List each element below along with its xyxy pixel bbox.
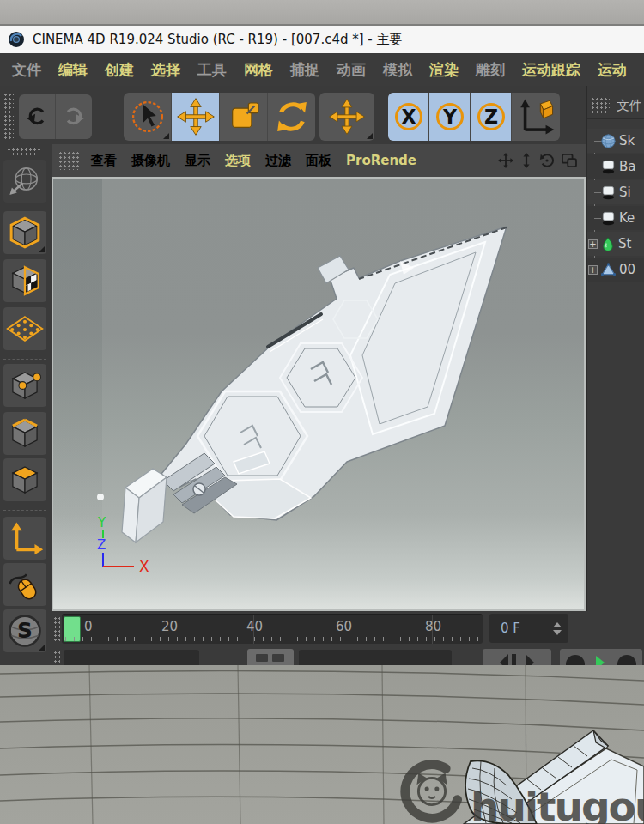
menu-simulate[interactable]: 模拟 (383, 60, 412, 80)
object-row-si[interactable]: Si (587, 180, 644, 204)
goto-start-icon (483, 649, 551, 665)
watermark-text: huitugou (471, 789, 644, 824)
vp-menu-prorender[interactable]: ProRende (346, 153, 416, 168)
last-tool-group (319, 93, 374, 141)
rotate-tool-button[interactable] (268, 93, 315, 141)
end-frame-field[interactable] (299, 650, 452, 665)
title-bar[interactable]: CINEMA 4D R19.024 Studio (RC - R19) - [0… (0, 26, 644, 53)
current-frame-field[interactable]: 0 F (489, 614, 568, 643)
texture-mode-button[interactable] (3, 259, 46, 302)
lock-x-icon: X (389, 97, 428, 136)
redo-button[interactable] (56, 94, 92, 139)
last-tool-button[interactable] (319, 93, 374, 141)
expand-toggle[interactable]: + (588, 239, 598, 249)
spinner-down-icon[interactable] (553, 630, 562, 635)
menu-animate[interactable]: 动画 (337, 60, 366, 80)
axis-y-label: Y (97, 515, 106, 530)
playback-group[interactable] (560, 649, 642, 665)
background-object-icon (601, 185, 616, 200)
axis-z-label: Z (97, 537, 106, 553)
zoom-icon[interactable] (520, 153, 532, 168)
frame-spinner[interactable] (553, 622, 562, 635)
last-tool-move-icon (327, 97, 367, 136)
svg-text:Z: Z (483, 106, 497, 128)
rotate-view-icon[interactable] (539, 153, 555, 168)
coordinate-system-button[interactable] (512, 93, 560, 141)
mouse-icon (5, 565, 45, 604)
object-row-ba[interactable]: Ba (587, 154, 644, 179)
object-row-sky[interactable]: Sk (587, 129, 644, 153)
object-manager-grip[interactable] (591, 97, 610, 114)
timeline-ruler[interactable]: 0 20 40 60 80 (62, 614, 483, 644)
lock-x-button[interactable]: X (388, 93, 428, 141)
model-mode-button[interactable] (3, 211, 46, 254)
menu-tools[interactable]: 工具 (197, 60, 227, 80)
menu-mesh[interactable]: 网格 (244, 60, 273, 80)
stage-object-icon (601, 237, 615, 251)
perspective-viewport[interactable]: Y Z X (52, 177, 586, 611)
menu-sculpt[interactable]: 雕刻 (476, 60, 505, 80)
menu-motion-tracker[interactable]: 运动跟踪 (522, 60, 580, 80)
move-tool-button[interactable] (172, 93, 219, 141)
mode-toolbar-grip[interactable] (7, 148, 41, 156)
polygons-mode-icon (6, 461, 44, 499)
viewport-tweak-button[interactable] (3, 563, 46, 606)
menu-edit[interactable]: 编辑 (58, 60, 88, 80)
goto-keys-group[interactable] (483, 649, 551, 665)
object-row-stage[interactable]: + St (587, 232, 644, 256)
undo-button[interactable] (19, 94, 55, 139)
scale-tool-button[interactable] (220, 93, 267, 141)
simulation-globe-button[interactable] (3, 160, 46, 203)
vp-menu-display[interactable]: 显示 (185, 153, 210, 169)
toolbar-grip[interactable] (3, 93, 14, 139)
lock-y-button[interactable]: Y (429, 93, 470, 141)
timeline-grip[interactable] (53, 616, 60, 642)
expand-toggle[interactable]: + (588, 265, 598, 275)
object-manager: 文件 Sk Ba (586, 86, 644, 665)
start-frame-field[interactable] (64, 650, 199, 665)
frame-range-button[interactable] (247, 649, 294, 665)
object-row-007[interactable]: + 00 (587, 258, 644, 282)
enable-axis-icon (6, 519, 44, 557)
menu-file[interactable]: 文件 (12, 60, 41, 80)
vp-menu-view[interactable]: 查看 (91, 153, 117, 169)
menu-motion[interactable]: 运动 (598, 60, 627, 80)
menu-snap[interactable]: 捕捉 (290, 60, 319, 80)
toggle-layout-icon[interactable] (562, 154, 577, 167)
ruler-ticks (65, 637, 479, 641)
transport-row (52, 647, 644, 665)
undo-icon (22, 102, 52, 131)
vp-menu-panel[interactable]: 面板 (306, 153, 331, 169)
vp-menu-filter[interactable]: 过滤 (265, 153, 291, 169)
live-selection-button[interactable] (124, 93, 171, 141)
snap-button[interactable]: S (3, 609, 46, 652)
menu-render[interactable]: 渲染 (429, 60, 459, 80)
watermark: huitugou .com (397, 758, 644, 824)
edges-mode-button[interactable] (3, 412, 46, 455)
watermark-dog-logo (397, 758, 467, 824)
enable-axis-button[interactable] (3, 517, 46, 560)
axis-x-label: X (139, 558, 149, 575)
coordinate-system-icon (515, 96, 556, 137)
vp-menu-options[interactable]: 选项 (225, 153, 251, 169)
spinner-up-icon[interactable] (553, 622, 562, 627)
lock-z-button[interactable]: Z (471, 93, 511, 141)
workplane-mode-button[interactable] (3, 307, 46, 350)
viewport-menubar-grip[interactable] (58, 151, 81, 170)
timeline: 0 20 40 60 80 0 F (52, 611, 644, 647)
vp-menu-cameras[interactable]: 摄像机 (131, 153, 170, 169)
svg-text:Y: Y (441, 106, 457, 128)
pan-icon[interactable] (498, 153, 513, 168)
desktop-strip (0, 0, 644, 26)
texture-mode-icon (6, 262, 44, 300)
polygons-mode-button[interactable] (3, 458, 46, 501)
object-manager-file-menu[interactable]: 文件 (617, 98, 642, 114)
menu-create[interactable]: 创建 (105, 60, 134, 80)
background-object-icon (601, 160, 616, 174)
transport-grip[interactable] (53, 651, 60, 664)
points-mode-button[interactable] (3, 364, 46, 407)
window-title: CINEMA 4D R19.024 Studio (RC - R19) - [0… (33, 32, 403, 48)
menu-select[interactable]: 选择 (151, 60, 180, 80)
scale-icon (223, 96, 264, 137)
object-row-ke[interactable]: Ke (587, 206, 644, 230)
